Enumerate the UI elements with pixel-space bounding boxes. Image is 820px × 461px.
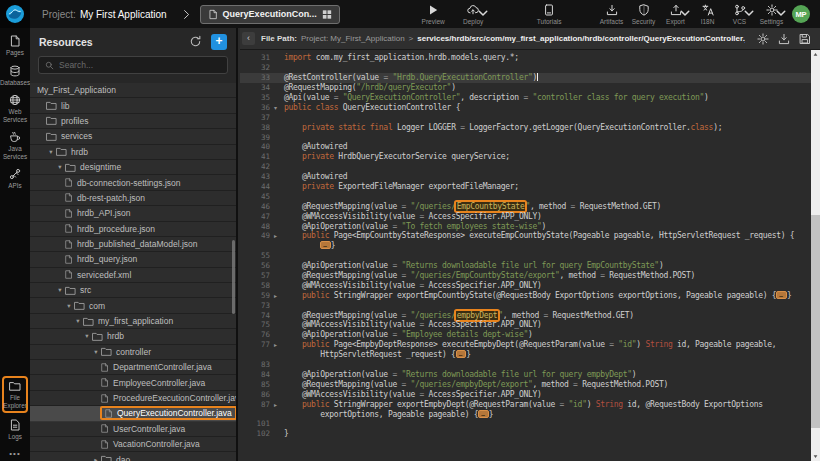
tree-item-services[interactable]: services [30, 129, 236, 144]
more-options-icon[interactable]: ••• [9, 449, 20, 458]
tree-item-departmentcontroller-java[interactable]: DepartmentController.java [30, 360, 236, 375]
tree-expand-open-icon[interactable]: ▾ [55, 286, 65, 294]
code-line[interactable]: 41 private HrdbQueryExecutorService quer… [240, 152, 811, 162]
code-line[interactable]: 32 [240, 63, 811, 73]
app-logo[interactable] [0, 0, 30, 28]
code-line[interactable]: 45 [240, 191, 811, 201]
code-line[interactable]: 35@Api(value = "QueryExecutionController… [240, 93, 811, 103]
code-line[interactable]: 44 private ExportedFileManager exportedF… [240, 182, 811, 192]
code-line[interactable]: 57 @RequestMapping(value = "/queries/Emp… [240, 271, 811, 281]
add-resource-button[interactable]: + [211, 34, 227, 50]
tree-item-employeecontroller-java[interactable]: EmployeeController.java [30, 375, 236, 390]
tree-item-hrdb-api-json[interactable]: hrdb_API.json [30, 206, 236, 221]
tree-expand-open-icon[interactable]: ▾ [91, 348, 101, 356]
tree-item-my-first-application[interactable]: ▾my_first_application [30, 314, 236, 329]
fold-open-icon[interactable]: ▾ [272, 104, 279, 111]
topbar-action-export[interactable]: Export [662, 4, 689, 25]
search-input[interactable] [59, 60, 221, 70]
code-line[interactable]: HttpServletRequest _request) {…} [240, 350, 811, 360]
tree-expand-open-icon[interactable]: ▾ [73, 317, 83, 325]
scroll-down-icon[interactable] [811, 452, 820, 461]
rail-item-web-services[interactable]: Web Services [1, 94, 29, 123]
folded-code-icon[interactable]: … [456, 350, 467, 358]
scrollbar-thumb[interactable] [811, 215, 820, 428]
fold-closed-icon[interactable]: ▸ [272, 341, 279, 348]
fold-closed-icon[interactable]: ▸ [272, 232, 279, 239]
code-line[interactable]: 39 [240, 132, 811, 142]
code-editor[interactable]: 31import com.my_first_application.hrdb.m… [240, 50, 811, 461]
topbar-action-artifacts[interactable]: Artifacts [598, 4, 625, 25]
tree-item-hrdb-procedure-json[interactable]: hrdb_procedure.json [30, 222, 236, 237]
rail-item-logs[interactable]: Logs [1, 419, 29, 441]
tree-expand-open-icon[interactable]: ▾ [82, 332, 92, 340]
code-line[interactable]: 102} [240, 429, 811, 439]
tree-item-hrdb[interactable]: ▾hrdb [30, 329, 236, 344]
tab-query-execution-controller[interactable]: QueryExecutionCon... [200, 5, 340, 24]
tree-item-controller[interactable]: ▾controller [30, 345, 236, 360]
tree-item-db-connection-settings-json[interactable]: db-connection-settings.json [30, 175, 236, 190]
code-line[interactable]: 86 @WMAccessVisibility(value = AccessSpe… [240, 389, 811, 399]
code-line[interactable]: 40 @Autowired [240, 142, 811, 152]
tree-item-usercontroller-java[interactable]: UserController.java [30, 422, 236, 437]
code-line[interactable]: 56 @ApiOperation(value = "Returns downlo… [240, 261, 811, 271]
folded-code-icon[interactable]: … [776, 291, 787, 299]
folded-code-icon[interactable]: … [478, 410, 489, 418]
code-line[interactable]: …} [240, 241, 811, 251]
code-line[interactable]: 84 @ApiOperation(value = "Returns downlo… [240, 370, 811, 380]
refresh-icon[interactable] [189, 35, 202, 48]
tree-item-hrdb-published-datamodel-json[interactable]: hrdb_published_dataModel.json [30, 237, 236, 252]
code-line[interactable]: 37 [240, 112, 811, 122]
code-line[interactable]: 38 private static final Logger LOGGER = … [240, 122, 811, 132]
code-line[interactable]: 46 @RequestMapping(value = "/queries/Emp… [240, 201, 811, 211]
code-line[interactable]: 55 [240, 251, 811, 261]
tree-item-servicedef-xml[interactable]: servicedef.xml [30, 268, 236, 283]
code-line[interactable]: 59▸ public StringWrapper exportEmpCountb… [240, 290, 811, 300]
code-line[interactable]: 43 @Autowired [240, 172, 811, 182]
rail-item-pages[interactable]: Pages [1, 35, 29, 57]
tree-item-db-rest-patch-json[interactable]: db-rest-patch.json [30, 191, 236, 206]
code-line[interactable]: 36▾public class QueryExecutionController… [240, 102, 811, 112]
code-line[interactable]: 34@RequestMapping("/hrdb/queryExecutor") [240, 83, 811, 93]
code-line[interactable]: 87▸ public StringWrapper exportEmpbyDept… [240, 399, 811, 409]
editor-scrollbar[interactable] [811, 50, 820, 461]
rail-item-java-services[interactable]: Java Services [1, 131, 29, 160]
code-line[interactable]: 47 @WMAccessVisibility(value = AccessSpe… [240, 211, 811, 221]
tree-item-dao[interactable]: ▸dao [30, 452, 236, 461]
tree-expand-open-icon[interactable]: ▾ [55, 163, 65, 171]
user-avatar[interactable]: MP [792, 5, 810, 23]
tree-item-vacationcontroller-java[interactable]: VacationController.java [30, 437, 236, 452]
code-line[interactable]: 74 @RequestMapping(value = "/queries/emp… [240, 310, 811, 320]
code-line[interactable]: 48 @ApiOperation(value = "To fetch emplo… [240, 221, 811, 231]
tree-expand-open-icon[interactable]: ▾ [46, 148, 56, 156]
code-line[interactable]: 58 @WMAccessVisibility(value = AccessSpe… [240, 280, 811, 290]
code-line[interactable]: 75 @WMAccessVisibility(value = AccessSpe… [240, 320, 811, 330]
code-line[interactable]: 77▸ public Page<EmpbyDeptResponse> execu… [240, 340, 811, 350]
rail-item-file-explorer[interactable]: File Explorer [2, 376, 28, 413]
tree-expand-open-icon[interactable]: ▾ [64, 302, 74, 310]
topbar-action-settings[interactable]: Settings [758, 4, 785, 25]
code-line[interactable]: 31import com.my_first_application.hrdb.m… [240, 53, 811, 63]
fold-closed-icon[interactable]: ▸ [272, 292, 279, 299]
code-line[interactable]: 76 @ApiOperation(value = "Employee detai… [240, 330, 811, 340]
save-file-icon[interactable] [799, 33, 811, 45]
code-line[interactable]: 101 [240, 419, 811, 429]
code-line[interactable]: 83 [240, 360, 811, 370]
scroll-up-icon[interactable] [811, 50, 820, 59]
code-line[interactable]: exportOptions, Pageable pageable) {…} [240, 409, 811, 419]
tree-item-designtime[interactable]: ▾designtime [30, 160, 236, 175]
code-line[interactable]: 49▸ public Page<EmpCountbyStateResponse>… [240, 231, 811, 241]
topbar-action-security[interactable]: Security [630, 4, 657, 25]
tree-item-com[interactable]: ▾com [30, 298, 236, 313]
code-line[interactable]: 85 @RequestMapping(value = "/queries/emp… [240, 379, 811, 389]
topbar-action-vcs[interactable]: VCS [726, 4, 753, 25]
topbar-action-preview[interactable]: Preview [420, 4, 447, 25]
editor-settings-icon[interactable] [757, 33, 769, 45]
code-line[interactable]: 33@RestController(value = "Hrdb.QueryExe… [240, 73, 811, 83]
tree-item-profiles[interactable]: profiles [30, 114, 236, 129]
collapse-panel-button[interactable]: ‹ [242, 32, 255, 45]
tree-item-lib[interactable]: lib [30, 98, 236, 113]
tree-item-hrdb-query-json[interactable]: hrdb_query.json [30, 252, 236, 267]
panel-scrollbar-thumb[interactable] [232, 240, 235, 314]
tree-item-src[interactable]: ▾src [30, 283, 236, 298]
topbar-action-i18n[interactable]: I18N [694, 4, 721, 25]
